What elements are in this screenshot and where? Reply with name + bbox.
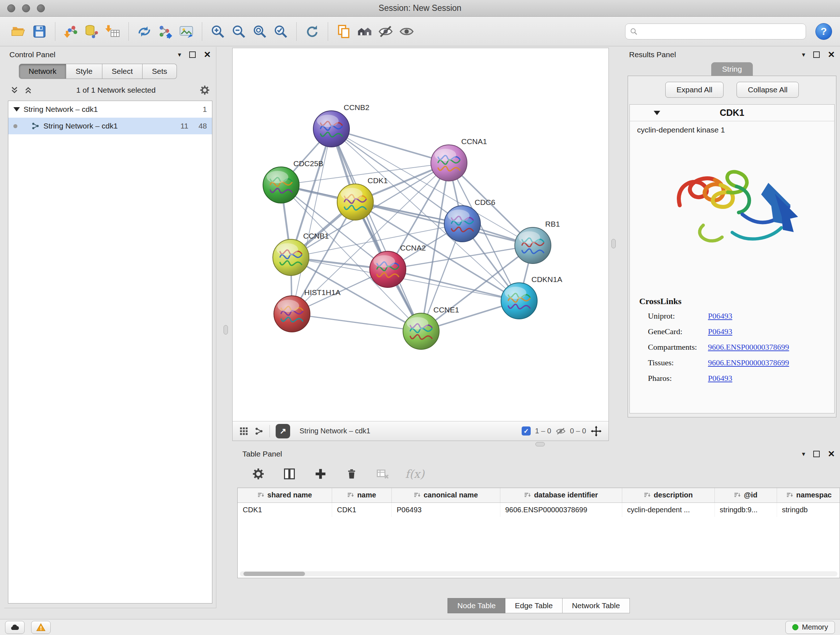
float-panel-icon[interactable] xyxy=(813,451,820,457)
network-graph[interactable]: CCNB2CCNA1CDC25BCDK1CDC6RB1CCNB1CCNA2CDK… xyxy=(233,48,609,421)
cell-canonical-name[interactable]: P06493 xyxy=(392,502,500,517)
column-header-namespace[interactable]: namespac xyxy=(777,488,840,502)
warnings-button[interactable] xyxy=(31,621,51,634)
close-window-button[interactable] xyxy=(7,4,15,12)
save-session-button[interactable] xyxy=(29,20,50,43)
zoom-out-button[interactable] xyxy=(228,20,249,43)
export-image-button[interactable] xyxy=(176,20,197,43)
tab-style[interactable]: Style xyxy=(66,64,103,79)
gear-icon[interactable] xyxy=(199,85,210,96)
network-edge[interactable] xyxy=(332,129,421,331)
table-settings-button[interactable] xyxy=(249,465,267,483)
zoom-window-button[interactable] xyxy=(37,4,45,12)
network-tree: String Network – cdk1 1 String Network –… xyxy=(8,101,212,603)
cell-namespace[interactable]: stringdb xyxy=(777,502,840,517)
show-columns-button[interactable] xyxy=(281,465,298,483)
column-header-name[interactable]: name xyxy=(332,488,392,502)
tab-node-table[interactable]: Node Table xyxy=(447,598,505,613)
crosslink-link[interactable]: P06493 xyxy=(708,327,732,336)
open-session-button[interactable] xyxy=(8,20,29,43)
network-edge[interactable] xyxy=(292,314,421,331)
right-splitter-handle[interactable] xyxy=(611,239,616,249)
hide-annotations-button[interactable] xyxy=(375,20,396,43)
cell-shared-name[interactable]: CDK1 xyxy=(238,502,332,517)
network-canvas[interactable]: CCNB2CCNA1CDC25BCDK1CDC6RB1CCNB1CCNA2CDK… xyxy=(233,48,608,421)
crosslink-link[interactable]: P06493 xyxy=(708,311,732,321)
column-header-id[interactable]: @id xyxy=(714,488,777,502)
tab-network-table[interactable]: Network Table xyxy=(562,598,630,613)
cell-database-identifier[interactable]: 9606.ENSP00000378699 xyxy=(500,502,622,517)
zoom-fit-button[interactable] xyxy=(249,20,270,43)
cell-description[interactable]: cyclin-dependent ... xyxy=(622,502,714,517)
network-node-CDKN1A[interactable]: CDKN1A xyxy=(501,275,562,319)
close-panel-icon[interactable]: ✕ xyxy=(204,50,211,59)
search-input[interactable] xyxy=(641,27,801,35)
grid-view-icon[interactable] xyxy=(239,426,248,436)
open-in-window-button[interactable]: ↗ xyxy=(276,424,290,439)
delete-column-button[interactable] xyxy=(343,465,360,483)
expand-all-icon[interactable] xyxy=(24,86,33,95)
zoom-in-button[interactable] xyxy=(207,20,228,43)
tab-string[interactable]: String xyxy=(711,62,753,76)
import-network-database-button[interactable] xyxy=(81,20,103,43)
network-node-CCNB2[interactable]: CCNB2 xyxy=(313,103,369,147)
close-panel-icon[interactable]: ✕ xyxy=(828,450,835,458)
create-column-button[interactable] xyxy=(312,465,329,483)
column-header-description[interactable]: description xyxy=(622,488,714,502)
section-expander-icon[interactable] xyxy=(654,111,660,115)
zoom-selected-button[interactable] xyxy=(270,20,291,43)
selected-checkbox-icon[interactable]: ✓ xyxy=(522,426,531,435)
memory-button[interactable]: Memory xyxy=(785,621,835,634)
move-crosshair-icon[interactable] xyxy=(591,425,602,437)
bottom-splitter-handle[interactable] xyxy=(535,442,545,447)
expand-all-button[interactable]: Expand All xyxy=(665,82,723,98)
help-button[interactable]: ? xyxy=(815,23,832,40)
network-row[interactable]: String Network – cdk1 11 48 xyxy=(8,118,212,134)
float-panel-icon[interactable] xyxy=(189,51,196,58)
export-image-icon xyxy=(179,24,194,39)
show-annotations-button[interactable] xyxy=(396,20,417,43)
close-panel-icon[interactable]: ✕ xyxy=(828,50,835,59)
table-row[interactable]: CDK1 CDK1 P06493 9606.ENSP00000378699 cy… xyxy=(238,502,840,517)
column-header-database-identifier[interactable]: database identifier xyxy=(500,488,622,502)
network-node-RB1[interactable]: RB1 xyxy=(515,220,560,264)
tree-expander-icon[interactable] xyxy=(13,107,20,111)
import-table-button[interactable] xyxy=(103,20,123,43)
collapse-panel-icon[interactable]: ▾ xyxy=(802,51,805,59)
float-panel-icon[interactable] xyxy=(813,51,820,58)
cell-name[interactable]: CDK1 xyxy=(332,502,392,517)
crosslink-link[interactable]: 9606.ENSP00000378699 xyxy=(708,358,789,367)
network-collection-row[interactable]: String Network – cdk1 1 xyxy=(8,101,212,118)
collapse-all-icon[interactable] xyxy=(10,86,19,95)
tab-network[interactable]: Network xyxy=(19,64,66,79)
crosslink-link[interactable]: 9606.ENSP00000378699 xyxy=(708,342,789,352)
left-splitter-handle[interactable] xyxy=(224,325,228,334)
tab-sets[interactable]: Sets xyxy=(142,64,177,79)
collapse-all-button[interactable]: Collapse All xyxy=(737,82,799,98)
new-network-button[interactable] xyxy=(155,20,176,43)
column-header-canonical-name[interactable]: canonical name xyxy=(392,488,500,502)
tab-edge-table[interactable]: Edge Table xyxy=(505,598,562,613)
home-views-button[interactable] xyxy=(354,20,375,43)
tab-select[interactable]: Select xyxy=(103,64,142,79)
network-node-CCNA1[interactable]: CCNA1 xyxy=(431,137,487,181)
hidden-eye-icon[interactable] xyxy=(556,426,566,436)
duplicate-button[interactable] xyxy=(333,20,354,43)
network-node-CCNB1[interactable]: CCNB1 xyxy=(273,232,329,276)
network-edge[interactable] xyxy=(292,129,332,314)
scrollbar-thumb[interactable] xyxy=(243,572,305,576)
crosslink-link[interactable]: P06493 xyxy=(708,374,732,383)
cell-id[interactable]: stringdb:9... xyxy=(714,502,777,517)
horizontal-scrollbar[interactable] xyxy=(240,571,837,576)
collapse-panel-icon[interactable]: ▾ xyxy=(178,51,181,59)
share-network-icon[interactable] xyxy=(254,426,264,436)
minimize-window-button[interactable] xyxy=(22,4,30,12)
network-layout-button[interactable] xyxy=(134,20,155,43)
network-node-HIST1H1A[interactable]: HIST1H1A xyxy=(274,288,340,332)
refresh-button[interactable] xyxy=(302,20,323,43)
collapse-panel-icon[interactable]: ▾ xyxy=(802,450,805,458)
column-header-shared-name[interactable]: shared name xyxy=(238,488,332,502)
cloud-status-button[interactable] xyxy=(5,621,25,634)
import-network-file-button[interactable] xyxy=(60,20,81,43)
network-node-CDK1[interactable]: CDK1 xyxy=(337,176,388,220)
